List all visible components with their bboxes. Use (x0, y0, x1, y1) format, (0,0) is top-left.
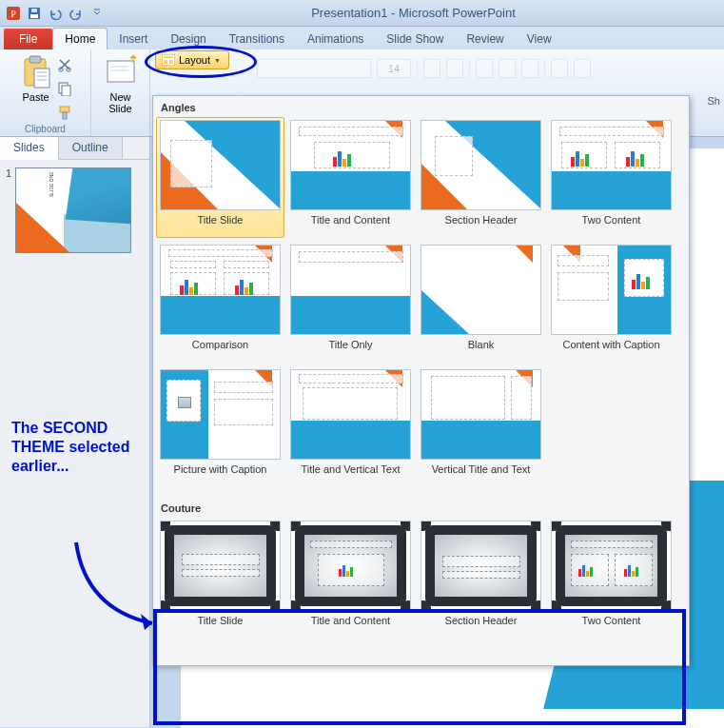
layout-option-couture-1[interactable]: Title and Content (286, 518, 415, 639)
svg-rect-8 (34, 69, 49, 88)
paste-label: Paste (22, 91, 49, 103)
svg-rect-17 (63, 112, 67, 119)
tab-home[interactable]: Home (52, 28, 108, 49)
layout-option-angles-1[interactable]: Title and Content (286, 117, 415, 238)
layout-option-angles-9[interactable]: Title and Vertical Text (286, 366, 415, 487)
layout-option-label: Section Header (443, 611, 519, 636)
clipboard-group-label: Clipboard (25, 124, 66, 134)
layout-option-label: Two Content (580, 611, 643, 636)
gallery-section-angles: Angles (153, 96, 689, 115)
tab-file[interactable]: File (4, 29, 52, 49)
svg-rect-16 (60, 107, 69, 112)
svg-text:P: P (10, 9, 16, 19)
layout-option-label: Picture with Caption (172, 460, 269, 484)
layout-option-angles-8[interactable]: Picture with Caption (156, 366, 284, 487)
format-painter-icon[interactable] (57, 105, 72, 123)
svg-rect-18 (108, 61, 134, 82)
layout-option-label: Comparison (190, 335, 250, 360)
svg-rect-22 (164, 56, 173, 58)
annotation-arrow (67, 533, 171, 647)
tab-slideshow[interactable]: Slide Show (375, 29, 455, 49)
layout-option-label: Title Slide (196, 611, 245, 636)
layout-option-angles-5[interactable]: Title Only (286, 242, 415, 363)
title-bar: P Presentation1 - Microsoft PowerPoint (0, 0, 724, 27)
layout-option-label: Title and Content (309, 210, 392, 235)
undo-icon[interactable] (46, 4, 65, 23)
qat-dropdown-icon[interactable] (88, 4, 107, 23)
new-slide-button[interactable]: New Slide (103, 53, 139, 116)
layout-option-angles-6[interactable]: Blank (417, 242, 545, 363)
layout-option-label: Content with Caption (560, 335, 661, 360)
ribbon-tabstrip: File Home Insert Design Transitions Anim… (0, 27, 724, 49)
slide-number: 1 (6, 167, 11, 253)
layout-button[interactable]: Layout ▼ (155, 50, 229, 69)
svg-rect-4 (31, 9, 37, 12)
layout-option-label: Title and Content (309, 611, 392, 636)
tab-design[interactable]: Design (159, 29, 217, 49)
layout-option-label: Title and Vertical Text (300, 460, 402, 484)
paste-button[interactable]: Paste (19, 53, 53, 123)
tab-insert[interactable]: Insert (108, 29, 159, 49)
svg-rect-23 (164, 60, 167, 64)
shapes-label-partial: Sh (708, 95, 720, 107)
layout-option-angles-7[interactable]: Content with Caption (547, 242, 675, 363)
layout-option-couture-2[interactable]: Section Header (417, 518, 545, 639)
layout-option-label: Vertical Title and Text (430, 460, 533, 484)
layout-option-label: Title Only (326, 335, 374, 360)
layout-icon (162, 54, 175, 66)
gallery-section-couture: Couture (153, 497, 689, 516)
new-slide-label: New Slide (108, 91, 131, 114)
disabled-font-group: 14 (257, 57, 718, 80)
layout-option-couture-3[interactable]: Two Content (547, 518, 675, 639)
layout-option-label: Two Content (580, 210, 643, 235)
cut-icon[interactable] (57, 57, 72, 75)
tab-review[interactable]: Review (455, 29, 515, 49)
svg-rect-7 (29, 56, 41, 63)
layout-option-angles-3[interactable]: Two Content (547, 117, 675, 238)
layout-gallery: Angles Title SlideTitle and ContentSecti… (152, 95, 690, 666)
tab-slides[interactable]: Slides (0, 137, 59, 160)
copy-icon[interactable] (57, 81, 72, 99)
layout-label: Layout (179, 54, 210, 66)
tab-view[interactable]: View (516, 29, 563, 49)
layout-option-angles-4[interactable]: Comparison (156, 242, 284, 363)
chevron-down-icon: ▼ (214, 57, 221, 64)
layout-option-label: Section Header (443, 210, 519, 235)
svg-rect-15 (62, 86, 70, 96)
tab-animations[interactable]: Animations (296, 29, 375, 49)
layout-option-label: Blank (466, 335, 497, 360)
layout-option-angles-10[interactable]: Vertical Title and Text (417, 366, 545, 487)
redo-icon[interactable] (67, 4, 86, 23)
svg-rect-3 (30, 14, 38, 18)
tab-outline[interactable]: Outline (59, 137, 123, 159)
annotation-text: The SECOND THEME selected earlier... (11, 419, 145, 476)
layout-option-angles-2[interactable]: Section Header (417, 117, 545, 238)
tab-transitions[interactable]: Transitions (218, 29, 296, 49)
window-title: Presentation1 - Microsoft PowerPoint (107, 6, 720, 20)
layout-option-label: Title Slide (196, 210, 245, 235)
save-icon[interactable] (25, 4, 44, 23)
slide-preview: SLIDE ONE (15, 167, 131, 253)
layout-option-angles-0[interactable]: Title Slide (156, 117, 284, 238)
app-icon: P (4, 4, 23, 23)
layout-option-couture-0[interactable]: Title Slide (156, 518, 284, 639)
slide-thumbnail-1[interactable]: 1 SLIDE ONE (6, 167, 144, 253)
svg-rect-24 (169, 60, 173, 64)
